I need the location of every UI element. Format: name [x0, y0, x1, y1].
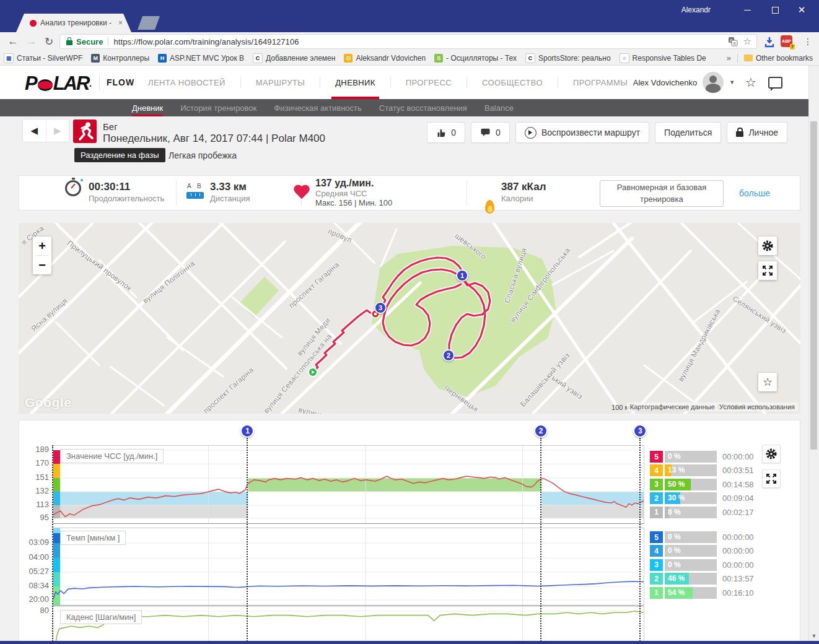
zone-badge: 3: [650, 479, 663, 490]
map-split-marker-1[interactable]: 1: [456, 269, 468, 282]
chrome-menu-icon[interactable]: ⋮: [800, 32, 815, 51]
lock-icon: [736, 131, 743, 137]
main-nav-3[interactable]: ДНЕВНИК: [320, 66, 390, 99]
share-button[interactable]: Поделиться: [655, 122, 721, 143]
bookmark-item[interactable]: S- Осцилляторы - Тех: [434, 53, 517, 63]
chevron-down-icon[interactable]: ▼: [729, 79, 735, 85]
subnav-1[interactable]: Дневник: [132, 99, 163, 116]
bookmark-item[interactable]: OAleksandr Vdovichen: [344, 53, 426, 63]
window-maximize-button[interactable]: [765, 4, 785, 16]
bookmark-item[interactable]: HASP.NET MVC Урок В: [158, 53, 244, 63]
subnav-3[interactable]: Физическая активность: [274, 99, 362, 116]
flow-label: FLOW: [107, 77, 134, 87]
map-settings-button[interactable]: [758, 237, 777, 255]
route-map[interactable]: я СіркаПрилуцький провулокпровулвулиця П…: [19, 223, 800, 414]
previous-session-button[interactable]: ◀: [23, 120, 46, 142]
subnav-5[interactable]: Balance: [484, 99, 514, 116]
url-text[interactable]: https://flow.polar.com/training/analysis…: [113, 37, 299, 46]
adblock-icon[interactable]: ABP7: [781, 35, 792, 47]
pace-legend: Темп [мин/км ]: [60, 531, 126, 545]
chrome-profile-name[interactable]: Alexandr: [681, 6, 711, 14]
main-nav-5[interactable]: СООБЩЕСТВО: [467, 66, 558, 99]
zone-badge: 2: [650, 573, 663, 585]
zone-bar: 0 %: [665, 451, 717, 463]
window-minimize-button[interactable]: [737, 4, 757, 16]
user-name[interactable]: Alex Vdovichenko: [633, 78, 697, 87]
main-nav-6[interactable]: ПРОГРАММЫ: [558, 66, 642, 99]
forward-button[interactable]: →: [24, 32, 40, 51]
phase-marker-3[interactable]: 3: [633, 424, 647, 438]
flame-icon: [485, 200, 494, 214]
heart-icon: [293, 185, 310, 201]
bookmark-favicon: C: [253, 53, 263, 63]
axis-tick-label: 20:00: [20, 594, 49, 604]
other-bookmarks-button[interactable]: Other bookmarks: [744, 54, 813, 63]
phase-tooltip: Разделение на фазы: [74, 148, 165, 162]
zone-badge: 2: [650, 492, 663, 504]
zone-time: 00:13:57: [722, 574, 754, 583]
map-fullscreen-button[interactable]: [758, 261, 777, 280]
map-terms-link[interactable]: Условия использования: [716, 402, 798, 411]
comment-icon: [480, 128, 491, 137]
play-route-button[interactable]: Воспроизвести маршрут: [515, 122, 649, 143]
more-link[interactable]: больше: [739, 188, 770, 198]
axis-tick-label: 132: [20, 486, 49, 495]
scrollbar-down-arrow[interactable]: ▼: [809, 633, 819, 639]
zoom-out-button[interactable]: −: [33, 256, 51, 274]
bookmark-label: Responsive Tables De: [633, 54, 706, 63]
download-icon[interactable]: [763, 36, 776, 48]
map-split-marker-3[interactable]: 3: [374, 302, 387, 314]
diary-subnav: ДневникИстория тренировокФизическая акти…: [0, 99, 819, 116]
main-nav-2[interactable]: МАРШРУТЫ: [241, 66, 320, 99]
comment-button[interactable]: 0: [471, 122, 510, 143]
next-session-button[interactable]: ▶: [46, 120, 69, 142]
scrollbar-thumb[interactable]: [810, 121, 817, 450]
bookmark-item[interactable]: ≡Responsive Tables De: [620, 53, 706, 63]
main-nav-1[interactable]: ЛЕНТА НОВОСТЕЙ: [133, 66, 240, 99]
bookmark-star-icon[interactable]: ☆: [743, 36, 751, 47]
private-button[interactable]: Личное: [727, 122, 787, 143]
bookmarks-overflow-icon[interactable]: »: [727, 53, 731, 63]
header-user[interactable]: Alex Vdovichenko ▼ ☆: [633, 66, 782, 99]
translate-icon[interactable]: A а: [728, 37, 738, 46]
map-save-star-button[interactable]: ☆: [758, 373, 777, 391]
address-bar[interactable]: Secure https://flow.polar.com/training/a…: [59, 34, 757, 49]
bookmark-label: Добавление элемен: [266, 54, 335, 63]
bookmark-favicon: M: [91, 54, 100, 63]
training-benefit-button[interactable]: Равномерная и базовая тренировка: [600, 180, 724, 207]
favorites-star-icon[interactable]: ☆: [745, 75, 756, 90]
feedback-chat-icon[interactable]: [768, 77, 782, 89]
new-tab-button[interactable]: [138, 16, 160, 30]
avatar[interactable]: [703, 72, 724, 93]
bookmark-item[interactable]: CДобавление элемен: [253, 53, 335, 63]
subnav-2[interactable]: История тренировок: [180, 99, 256, 116]
back-button[interactable]: ←: [5, 32, 21, 51]
polar-logo[interactable]: PLAR.: [25, 72, 90, 95]
refresh-button[interactable]: ↻: [41, 32, 57, 51]
zoom-in-button[interactable]: +: [33, 237, 51, 255]
browser-tab[interactable]: Анализ тренировки - Po ×: [16, 14, 131, 32]
zone-percent: 0 %: [668, 546, 681, 555]
chart-settings-button[interactable]: [762, 445, 781, 463]
like-button[interactable]: 0: [427, 122, 465, 143]
tab-close-icon[interactable]: ×: [118, 19, 123, 27]
axis-tick-label: 04:00: [20, 552, 49, 562]
bookmark-item[interactable]: ▦Статьи - SilverWPF: [4, 53, 82, 63]
phase-marker-2[interactable]: 2: [534, 424, 548, 438]
bookmark-item[interactable]: CSportsStore: реально: [525, 53, 611, 63]
bookmark-favicon: ≡: [620, 53, 629, 63]
zone-time: 00:00:00: [722, 546, 754, 555]
zone-bar: 30 %: [665, 492, 717, 504]
chart-fullscreen-button[interactable]: [762, 469, 781, 488]
window-close-button[interactable]: ✕: [792, 4, 812, 16]
secure-label: Secure: [76, 37, 103, 46]
summary-bar: 00:30:11 Продолжительность А В 3.33 км Д…: [19, 175, 800, 211]
zone-row: 246 %00:13:57: [650, 573, 774, 585]
bookmark-item[interactable]: MКонтроллеры: [91, 53, 149, 63]
subnav-4[interactable]: Статус восстановления: [379, 99, 467, 116]
main-nav-4[interactable]: ПРОГРЕСС: [391, 66, 466, 99]
phase-marker-1[interactable]: 1: [240, 424, 254, 438]
zone-percent: 0 %: [668, 533, 681, 541]
page-scrollbar[interactable]: ▼: [808, 66, 819, 644]
map-split-marker-2[interactable]: 2: [442, 349, 455, 362]
